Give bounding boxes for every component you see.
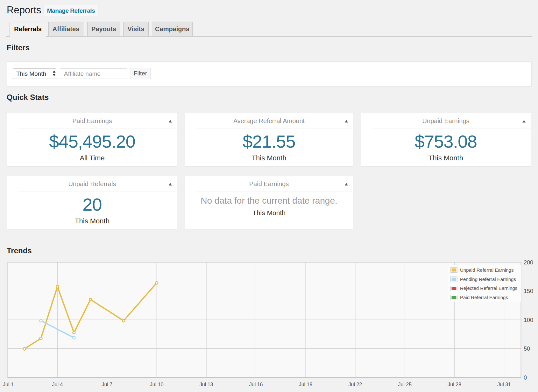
svg-text:Jul 31: Jul 31 — [497, 382, 511, 387]
svg-text:Jul 19: Jul 19 — [299, 382, 313, 387]
svg-text:Rejected Referral Earnings: Rejected Referral Earnings — [460, 285, 517, 291]
svg-text:Jul 4: Jul 4 — [52, 382, 63, 387]
svg-text:Jul 22: Jul 22 — [349, 382, 362, 387]
svg-text:Jul 1: Jul 1 — [3, 382, 14, 387]
svg-text:Jul 16: Jul 16 — [249, 382, 263, 387]
svg-text:100: 100 — [524, 317, 533, 323]
svg-text:Paid Referral Earnings: Paid Referral Earnings — [460, 295, 508, 300]
svg-text:200: 200 — [524, 259, 533, 266]
svg-text:Jul 7: Jul 7 — [102, 382, 112, 387]
svg-text:Jul 13: Jul 13 — [200, 382, 213, 387]
svg-text:Jul 10: Jul 10 — [150, 382, 164, 387]
svg-text:Jul 28: Jul 28 — [448, 382, 461, 387]
svg-text:0: 0 — [524, 374, 527, 381]
svg-text:50: 50 — [524, 346, 530, 352]
svg-text:Jul 25: Jul 25 — [398, 382, 412, 387]
svg-text:Unpaid Referral Earnings: Unpaid Referral Earnings — [460, 267, 513, 273]
svg-text:Pending Referral Earnings: Pending Referral Earnings — [460, 276, 516, 282]
svg-text:150: 150 — [524, 288, 533, 294]
